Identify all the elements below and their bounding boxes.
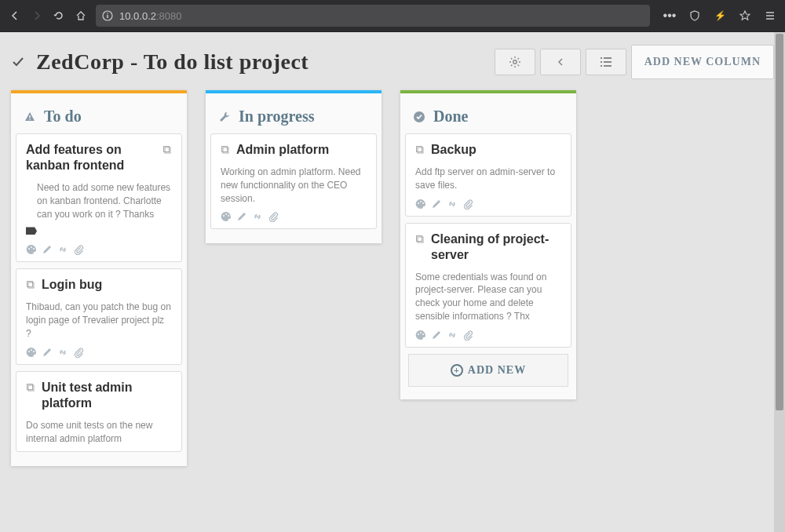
link-icon[interactable]: [57, 347, 68, 358]
palette-icon[interactable]: [415, 199, 426, 210]
card-description: Do some unit tests on the new internal a…: [26, 419, 172, 446]
url-bar[interactable]: 10.0.0.2:8080: [96, 5, 650, 27]
column-done: Done Backup Add ftp server on admin-serv…: [400, 90, 576, 399]
flash-icon[interactable]: ⚡: [710, 5, 730, 26]
url-host: 10.0.0.2: [119, 10, 156, 22]
svg-point-22: [28, 351, 30, 352]
svg-point-23: [31, 349, 32, 351]
link-icon[interactable]: [447, 330, 458, 341]
card-description: Working on admin platform. Need new func…: [221, 166, 367, 205]
svg-point-42: [422, 333, 424, 335]
card-description: Some credentials was found on project-se…: [415, 271, 561, 323]
card-title: Cleaning of project-server: [431, 231, 561, 263]
card-title: Admin platform: [236, 142, 329, 158]
link-icon[interactable]: [447, 199, 458, 210]
shield-icon[interactable]: [685, 5, 705, 26]
wrench-icon: [218, 111, 231, 123]
svg-point-36: [420, 201, 422, 202]
url-port: :8080: [156, 10, 182, 22]
copy-icon[interactable]: [221, 145, 230, 155]
card-actions: [221, 211, 367, 222]
menu-icon[interactable]: [760, 5, 780, 26]
card-actions: [415, 199, 561, 210]
svg-point-2: [107, 13, 108, 14]
card-title: Login bug: [42, 277, 102, 293]
palette-icon[interactable]: [221, 211, 232, 222]
reload-button[interactable]: [49, 5, 69, 26]
card-actions: [415, 330, 561, 341]
svg-rect-9: [601, 61, 602, 63]
attachment-icon[interactable]: [73, 347, 84, 358]
list-view-button[interactable]: [586, 49, 626, 75]
home-button[interactable]: [71, 5, 91, 26]
pencil-icon[interactable]: [42, 347, 53, 358]
pencil-icon[interactable]: [236, 211, 247, 222]
alert-icon: [24, 111, 36, 123]
browser-right-icons: ••• ⚡: [659, 5, 780, 26]
svg-point-6: [513, 60, 516, 64]
link-icon[interactable]: [252, 211, 263, 222]
browser-chrome: 10.0.0.2:8080 ••• ⚡: [0, 0, 785, 31]
more-icon[interactable]: •••: [659, 5, 680, 26]
svg-point-37: [422, 202, 424, 204]
column-title: To do: [44, 107, 82, 126]
copy-icon[interactable]: [415, 235, 425, 244]
copy-icon[interactable]: [162, 145, 172, 155]
svg-point-19: [33, 248, 35, 250]
page-content: ZedCorp - To do list project ADD NEW COL…: [0, 31, 785, 532]
card-title: Add features on kanban frontend: [26, 142, 156, 173]
tag-icon[interactable]: [26, 227, 37, 235]
pencil-icon[interactable]: [431, 199, 442, 210]
card[interactable]: Cleaning of project-server Some credenti…: [405, 223, 571, 348]
vertical-scrollbar[interactable]: [774, 32, 785, 532]
plus-circle-icon: +: [451, 364, 463, 377]
card[interactable]: Admin platform Working on admin platform…: [210, 133, 377, 229]
card-title: Backup: [431, 142, 476, 158]
kanban-board: To do Add features on kanban frontend Ne…: [11, 90, 774, 466]
palette-icon[interactable]: [415, 330, 426, 341]
page-header: ZedCorp - To do list project ADD NEW COL…: [11, 45, 774, 79]
card-description: Need to add some new features on kanban …: [26, 181, 172, 220]
column-todo: To do Add features on kanban frontend Ne…: [11, 90, 187, 466]
copy-icon[interactable]: [415, 145, 425, 155]
svg-point-14: [29, 118, 31, 120]
svg-rect-8: [604, 57, 612, 59]
settings-button[interactable]: [495, 49, 535, 75]
card-actions: [26, 347, 172, 358]
star-icon[interactable]: [735, 5, 755, 26]
attachment-icon[interactable]: [73, 244, 84, 255]
card[interactable]: Add features on kanban frontend Need to …: [16, 133, 182, 262]
attachment-icon[interactable]: [462, 330, 473, 341]
card[interactable]: Backup Add ftp server on admin-server to…: [405, 133, 571, 217]
add-new-label: ADD NEW: [468, 364, 526, 377]
add-column-button[interactable]: ADD NEW COLUMN: [631, 45, 774, 79]
svg-rect-7: [601, 57, 602, 59]
svg-point-18: [31, 246, 32, 248]
card-title: Unit test admin platform: [42, 380, 172, 411]
attachment-icon[interactable]: [268, 211, 279, 222]
card[interactable]: Login bug Thibaud, can you patch the bug…: [16, 268, 182, 364]
forward-button[interactable]: [27, 5, 47, 26]
list-icon: [600, 56, 612, 67]
column-title: Done: [433, 107, 468, 126]
page-title: ZedCorp - To do list project: [36, 49, 309, 75]
scrollbar-thumb[interactable]: [776, 34, 783, 410]
copy-icon[interactable]: [26, 280, 35, 290]
svg-point-40: [418, 333, 419, 335]
back-button[interactable]: [5, 5, 25, 26]
palette-icon[interactable]: [26, 347, 37, 358]
card[interactable]: Unit test admin platform Do some unit te…: [16, 371, 182, 453]
palette-icon[interactable]: [26, 244, 37, 255]
svg-rect-12: [604, 65, 612, 67]
copy-icon[interactable]: [26, 383, 35, 392]
info-icon: [102, 10, 113, 21]
link-icon[interactable]: [57, 244, 68, 255]
check-circle-icon: [413, 111, 425, 123]
pencil-icon[interactable]: [431, 330, 442, 341]
add-new-card-button[interactable]: + ADD NEW: [408, 354, 568, 387]
svg-point-41: [420, 332, 422, 333]
svg-point-24: [33, 351, 35, 352]
attachment-icon[interactable]: [462, 199, 473, 210]
pencil-icon[interactable]: [42, 244, 53, 255]
collapse-button[interactable]: [540, 49, 581, 75]
